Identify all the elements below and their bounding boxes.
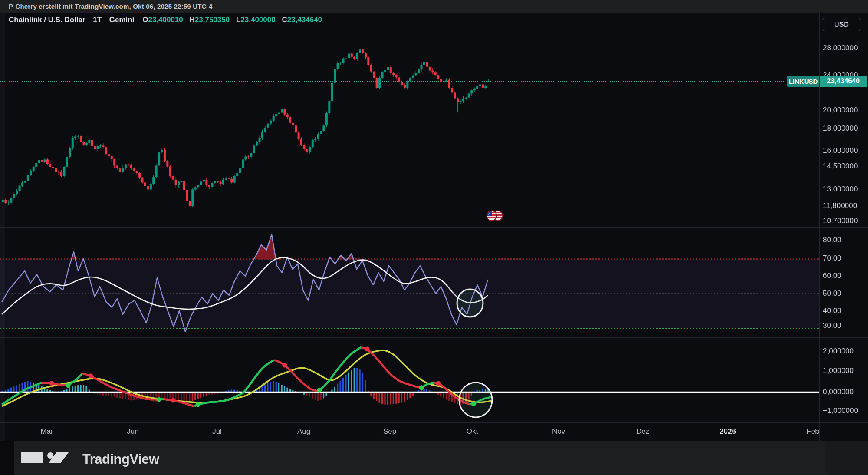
tradingview-logo-icon[interactable] bbox=[20, 451, 72, 465]
low-value: 23,400000 bbox=[240, 16, 275, 24]
open-label: O bbox=[142, 16, 148, 24]
high-value: 23,750350 bbox=[195, 16, 230, 24]
tradingview-logo-text[interactable]: TradingView bbox=[82, 452, 159, 467]
ohlc-values: O23,400010 H23,750350 L23,400000 C23,434… bbox=[142, 16, 326, 24]
symbol-title[interactable]: Chainlink / U.S. Dollar bbox=[9, 16, 85, 24]
interval-label[interactable]: 1T bbox=[93, 16, 102, 24]
last-price-badge: 23,434640 bbox=[820, 76, 867, 87]
symbol-legend: Chainlink / U.S. Dollar·1T·Gemini O23,40… bbox=[9, 16, 326, 24]
exchange-label: Gemini bbox=[109, 16, 135, 24]
high-label: H bbox=[190, 16, 195, 24]
chart-canvas[interactable] bbox=[0, 0, 868, 475]
close-label: C bbox=[282, 16, 287, 24]
attribution-text: P-Cherry erstellt mit TradingView.com, O… bbox=[9, 3, 212, 10]
open-value: 23,400010 bbox=[148, 16, 183, 24]
bottom-bar-corner bbox=[826, 441, 868, 475]
low-label: L bbox=[236, 16, 240, 24]
attribution-bar: P-Cherry erstellt mit TradingView.com, O… bbox=[0, 0, 868, 13]
close-value: 23,434640 bbox=[287, 16, 322, 24]
currency-usd-button[interactable]: USD bbox=[822, 18, 861, 31]
legend-separator: · bbox=[104, 16, 107, 24]
bottom-bar-corner bbox=[0, 441, 14, 475]
tradingview-chart-window: { "top_bar": { "text": "P-Cherry erstell… bbox=[0, 0, 868, 475]
symbol-price-tag: LINKUSD bbox=[787, 76, 819, 87]
legend-separator: · bbox=[88, 16, 91, 24]
us-economic-event-flag-icon[interactable] bbox=[484, 209, 505, 224]
